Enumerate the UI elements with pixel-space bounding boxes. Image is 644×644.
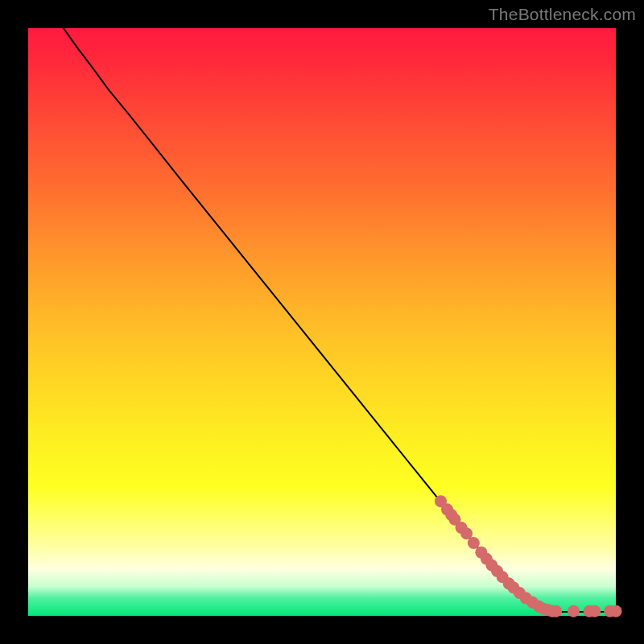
scatter-dot bbox=[568, 605, 580, 617]
scatter-dot bbox=[550, 605, 562, 617]
chart-svg bbox=[28, 28, 616, 616]
plot-area bbox=[28, 28, 616, 616]
scatter-dot bbox=[588, 605, 601, 617]
curve-path bbox=[64, 28, 616, 612]
attribution-label: TheBottleneck.com bbox=[489, 5, 636, 24]
curve-line bbox=[64, 28, 616, 612]
scatter-markers bbox=[435, 495, 622, 617]
scatter-dot bbox=[610, 605, 622, 617]
scatter-dot bbox=[468, 537, 480, 549]
chart-frame: TheBottleneck.com bbox=[0, 0, 644, 644]
